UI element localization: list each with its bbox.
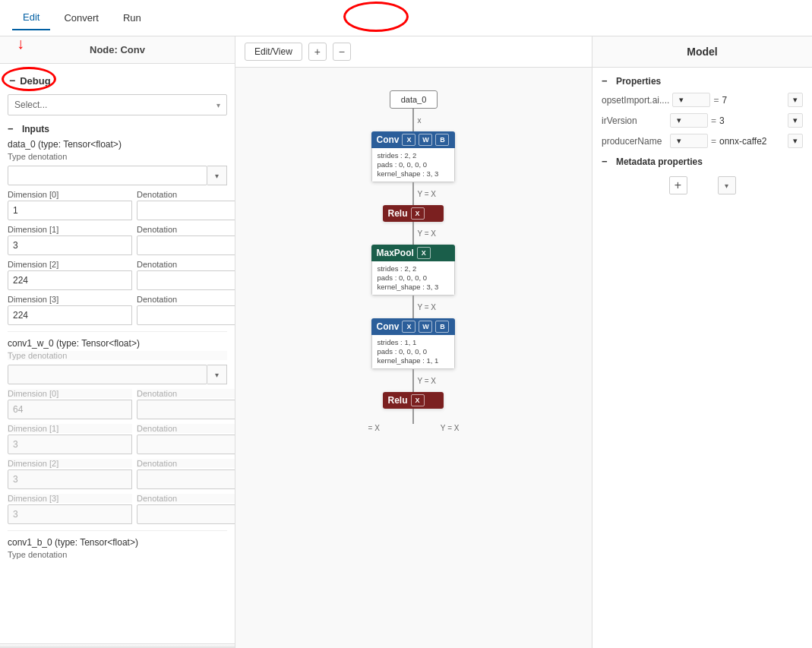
prop-select-1[interactable]: ▾ [670, 113, 708, 128]
data0-den2-label: Denotation [137, 260, 235, 269]
conv1w-den3-label: Denotation [137, 494, 235, 503]
node-conv2-btn-x[interactable]: X [402, 321, 415, 333]
node-maxpool-label: MaxPool [376, 248, 413, 258]
data0-dim0-input[interactable] [8, 201, 132, 220]
conv1w-dim1-input [8, 435, 132, 454]
connector-3-label: Y = X [417, 229, 436, 238]
conv1w-den3-group: Denotation ▾ [137, 494, 235, 524]
left-panel-scroll-indicator [0, 643, 235, 648]
node-conv2-btn-w[interactable]: W [419, 321, 432, 333]
inputs-section-header[interactable]: Inputs [8, 123, 227, 134]
node-relu2-header: Relu X [383, 392, 444, 409]
node-conv1-prop-2: kernel_shape : 3, 3 [377, 169, 450, 178]
menu-item-run[interactable]: Run [112, 6, 152, 30]
connector-3: Y = X [412, 222, 414, 245]
data0-den2-input[interactable] [137, 270, 235, 290]
node-relu2-label: Relu [387, 395, 407, 406]
canvas-area[interactable]: data_0 x Conv X W B strides : 2, 2 [235, 68, 592, 648]
conv1w-type-denotation-row: ▾ [8, 365, 227, 384]
prop-select-0[interactable]: ▾ [672, 93, 710, 107]
prop-value-0: 7 [722, 95, 785, 106]
edit-circle-annotation [343, 2, 409, 32]
node-relu1-label: Relu [387, 208, 407, 219]
data-node-data0[interactable]: data_0 [390, 90, 438, 109]
prop-value-select-1[interactable]: ▾ [788, 113, 803, 128]
zoom-out-button[interactable]: − [333, 43, 351, 61]
node-relu1[interactable]: Relu X [383, 205, 444, 222]
data0-dim2-input[interactable] [8, 270, 132, 290]
input-field-conv1w-type-label: Type denotation [8, 351, 227, 360]
data0-den3-input[interactable] [137, 305, 235, 325]
node-relu2-btn-x[interactable]: X [411, 394, 425, 406]
node-maxpool-prop-2: kernel_shape : 3, 3 [377, 283, 450, 291]
left-panel-body[interactable]: Debug Select... ▾ Inputs data_0 (type: T… [0, 64, 235, 643]
menu-item-edit[interactable]: Edit [12, 5, 50, 30]
data0-type-chevron[interactable]: ▾ [207, 166, 227, 185]
node-maxpool-btn-x[interactable]: X [417, 247, 431, 259]
connector-2: Y = X [412, 182, 414, 205]
conv1w-dim3-group: Dimension [3] [8, 494, 132, 524]
bottom-label-right: Y = X [441, 424, 460, 432]
left-panel: ↓ Node: Conv Debug Select... ▾ Inputs [0, 36, 235, 648]
data0-dim3-input[interactable] [8, 305, 132, 325]
node-conv2-label: Conv [376, 321, 399, 332]
data0-dim2-label: Dimension [2] [8, 260, 132, 269]
data0-dim0-group: Dimension [0] [8, 190, 132, 220]
data0-dim3-label: Dimension [3] [8, 295, 132, 304]
node-maxpool-prop-1: pads : 0, 0, 0, 0 [377, 273, 450, 282]
data0-type-denotation-row: ▾ [8, 166, 227, 185]
prop-row-2: producerName ▾ = onnx-caffe2 ▾ [602, 134, 803, 148]
node-conv1-btn-x[interactable]: X [402, 134, 415, 146]
metadata-actions: + ▾ [602, 173, 803, 198]
metadata-add-button[interactable]: + [669, 176, 687, 194]
connector-4-label: Y = X [417, 303, 436, 311]
data0-den1-group: Denotation ▾ [137, 225, 235, 255]
node-conv1[interactable]: Conv X W B strides : 2, 2 pads : 0, 0, 0… [371, 131, 455, 182]
prop-select-2[interactable]: ▾ [670, 134, 708, 148]
conv1w-dim3-input [8, 504, 132, 524]
prop-value-select-0[interactable]: ▾ [788, 93, 803, 107]
metadata-chevron-button[interactable]: ▾ [718, 176, 736, 194]
data-node-data0-label: data_0 [401, 95, 427, 104]
data0-dim-row-2: Dimension [2] Denotation ▾ [8, 260, 227, 290]
node-relu1-btn-x[interactable]: X [411, 207, 425, 220]
conv1w-dim2-input [8, 469, 132, 489]
zoom-in-button[interactable]: + [308, 43, 327, 61]
conv1w-dim1-label: Dimension [1] [8, 424, 132, 433]
conv1w-dim2-label: Dimension [2] [8, 459, 132, 468]
conv1w-type-denotation-input [8, 365, 207, 384]
node-conv2-prop-1: pads : 0, 0, 0, 0 [377, 347, 450, 356]
node-relu2[interactable]: Relu X [383, 392, 444, 409]
input-field-conv1w-name: conv1_w_0 (type: Tensor<float>) [8, 338, 227, 349]
node-conv1-header: Conv X W B [371, 131, 455, 148]
data0-type-denotation-input[interactable] [8, 166, 207, 185]
input-field-data0-type-label: Type denotation [8, 152, 227, 161]
node-maxpool[interactable]: MaxPool X strides : 2, 2 pads : 0, 0, 0,… [371, 245, 455, 296]
connector-6 [412, 409, 414, 424]
node-conv1-btn-b[interactable]: B [435, 134, 449, 146]
prop-value-select-2[interactable]: ▾ [788, 134, 803, 148]
debug-select[interactable]: Select... ▾ [8, 94, 227, 115]
conv1w-den3-input [137, 504, 235, 524]
data0-dim0-label: Dimension [0] [8, 190, 132, 199]
conv1w-type-chevron[interactable]: ▾ [207, 365, 227, 384]
menu-item-convert[interactable]: Convert [53, 6, 109, 30]
node-conv2-btn-b[interactable]: B [435, 321, 449, 333]
data0-dim-row-1: Dimension [1] Denotation ▾ [8, 225, 227, 255]
node-conv1-btn-w[interactable]: W [419, 134, 432, 146]
data0-dim1-input[interactable] [8, 235, 132, 255]
metadata-section-header[interactable]: Metadata properties [602, 156, 803, 167]
right-panel: Model Properties opsetImport.ai.... ▾ = … [592, 36, 812, 648]
edit-view-button[interactable]: Edit/View [245, 43, 302, 61]
node-conv2-prop-0: strides : 1, 1 [377, 338, 450, 346]
data0-den0-input[interactable] [137, 201, 235, 220]
data0-den1-input[interactable] [137, 235, 235, 255]
connector-4: Y = X [412, 296, 414, 318]
debug-section[interactable]: Debug [8, 70, 54, 91]
node-conv2[interactable]: Conv X W B strides : 1, 1 pads : 0, 0, 0… [371, 318, 455, 369]
node-maxpool-prop-0: strides : 2, 2 [377, 264, 450, 273]
properties-section-header[interactable]: Properties [602, 75, 803, 87]
node-conv2-body: strides : 1, 1 pads : 0, 0, 0, 0 kernel_… [371, 335, 455, 369]
prop-eq-2: = [711, 136, 716, 147]
select-row: Select... ▾ [8, 94, 227, 115]
